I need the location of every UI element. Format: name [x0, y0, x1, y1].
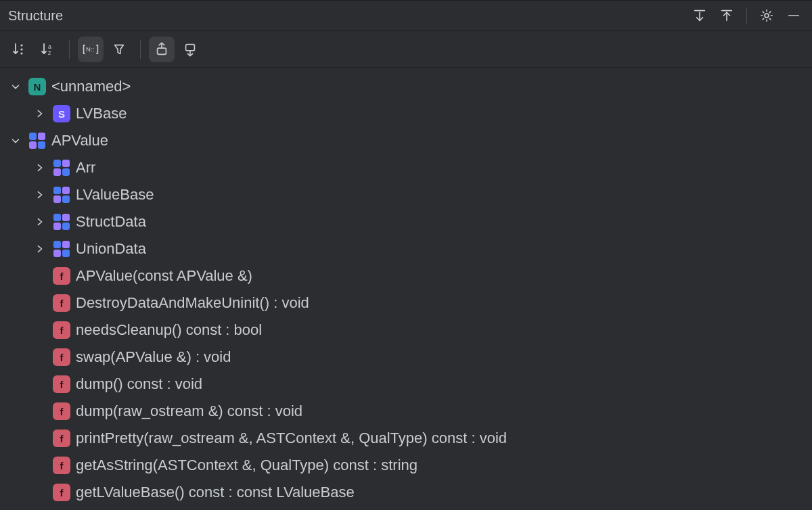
- autoscroll-from-source-button[interactable]: [177, 37, 203, 62]
- collapse-all-icon: [719, 8, 734, 23]
- namespace-toggle-icon: N::: [82, 43, 99, 56]
- chevron-down-icon[interactable]: [8, 136, 23, 145]
- node-label: printPretty(raw_ostream &, ASTContext &,…: [76, 430, 507, 447]
- minimize-icon: [786, 8, 801, 23]
- class-icon: [53, 213, 70, 231]
- function-icon: f: [53, 348, 70, 366]
- svg-rect-8: [186, 44, 195, 50]
- function-icon: f: [53, 430, 70, 447]
- node-label: LValueBase: [76, 186, 154, 204]
- tree-node-method[interactable]: f getLValueBase() const : const LValueBa…: [5, 479, 812, 506]
- filter-icon: [112, 42, 127, 57]
- expand-all-icon: [692, 8, 707, 23]
- node-label: needsCleanup() const : bool: [76, 321, 262, 339]
- tree-node-method[interactable]: f printPretty(raw_ostream &, ASTContext …: [5, 425, 812, 452]
- svg-point-1: [20, 44, 22, 46]
- gear-icon: [759, 8, 774, 23]
- class-icon: [53, 186, 70, 204]
- sort-alphabetically-button[interactable]: a z: [35, 37, 61, 62]
- function-icon: f: [53, 375, 70, 393]
- show-namespaces-button[interactable]: N::: [78, 37, 104, 62]
- panel-titlebar: Structure: [0, 0, 812, 31]
- function-icon: f: [53, 321, 70, 339]
- svg-text:z: z: [48, 49, 51, 56]
- node-label: <unnamed>: [51, 78, 131, 95]
- tree-node-class[interactable]: Arr: [5, 154, 812, 181]
- chevron-right-icon[interactable]: [32, 190, 47, 200]
- filter-button[interactable]: [106, 37, 132, 62]
- titlebar-tools: [688, 4, 805, 27]
- node-label: dump() const : void: [76, 375, 202, 393]
- class-icon: [53, 159, 70, 177]
- tree-node-method[interactable]: f dump() const : void: [5, 371, 812, 398]
- tree-node-class[interactable]: APValue: [5, 127, 812, 154]
- node-label: swap(APValue &) : void: [76, 348, 231, 366]
- tree-node-class[interactable]: StructData: [5, 208, 812, 235]
- settings-button[interactable]: [755, 4, 778, 27]
- namespace-icon: N: [28, 78, 46, 95]
- tree-node-class[interactable]: LValueBase: [5, 181, 812, 208]
- tree-node-class[interactable]: UnionData: [5, 235, 812, 262]
- chevron-down-icon[interactable]: [8, 82, 23, 91]
- class-icon: [53, 240, 70, 258]
- svg-point-2: [20, 48, 22, 50]
- svg-point-0: [765, 14, 769, 18]
- autoscroll-to-source-button[interactable]: [149, 37, 175, 62]
- node-label: getLValueBase() const : const LValueBase: [76, 484, 355, 501]
- autoscroll-to-source-icon: [154, 42, 169, 57]
- tree-node-method[interactable]: f needsCleanup() const : bool: [5, 317, 812, 344]
- node-label: getAsString(ASTContext &, QualType) cons…: [76, 457, 418, 474]
- chevron-right-icon[interactable]: [32, 217, 47, 227]
- node-label: DestroyDataAndMakeUninit() : void: [76, 294, 309, 312]
- svg-rect-7: [158, 48, 166, 54]
- separator: [746, 7, 747, 24]
- node-label: APValue(const APValue &): [76, 267, 252, 285]
- separator: [140, 40, 141, 59]
- tree-node-struct[interactable]: S LVBase: [5, 100, 812, 127]
- node-label: StructData: [76, 213, 146, 231]
- tree-node-namespace[interactable]: N <unnamed>: [5, 73, 812, 100]
- node-label: Arr: [76, 159, 95, 177]
- svg-point-3: [20, 52, 22, 54]
- function-icon: f: [53, 267, 70, 285]
- tree-node-method[interactable]: f dump(raw_ostream &) const : void: [5, 398, 812, 425]
- node-label: UnionData: [76, 240, 146, 258]
- tree-node-method[interactable]: f swap(APValue &) : void: [5, 344, 812, 371]
- chevron-right-icon[interactable]: [32, 109, 47, 118]
- node-label: LVBase: [76, 105, 127, 122]
- sort-visibility-icon: [12, 41, 28, 57]
- tree-node-method[interactable]: f APValue(const APValue &): [5, 262, 812, 289]
- struct-icon: S: [53, 105, 70, 122]
- separator: [69, 40, 70, 59]
- function-icon: f: [53, 457, 70, 474]
- hide-button[interactable]: [782, 4, 805, 27]
- structure-tree[interactable]: N <unnamed> S LVBase APValue Arr LValueB…: [0, 68, 812, 510]
- function-icon: f: [53, 484, 70, 501]
- panel-title: Structure: [7, 8, 63, 24]
- svg-text:N::: N::: [86, 45, 94, 53]
- sort-by-visibility-button[interactable]: [7, 37, 32, 62]
- sort-alpha-icon: a z: [40, 41, 56, 57]
- node-label: APValue: [51, 132, 108, 149]
- function-icon: f: [53, 294, 70, 312]
- class-icon: [28, 132, 46, 149]
- function-icon: f: [53, 402, 70, 420]
- node-label: dump(raw_ostream &) const : void: [76, 402, 302, 420]
- autoscroll-from-source-icon: [183, 42, 198, 57]
- tree-node-method[interactable]: f DestroyDataAndMakeUninit() : void: [5, 289, 812, 317]
- tree-node-method[interactable]: f getAsString(ASTContext &, QualType) co…: [5, 452, 812, 479]
- chevron-right-icon[interactable]: [32, 244, 47, 254]
- collapse-all-button[interactable]: [715, 4, 738, 27]
- chevron-right-icon[interactable]: [32, 163, 47, 172]
- structure-toolbar: a z N::: [0, 31, 812, 68]
- expand-all-button[interactable]: [688, 4, 711, 27]
